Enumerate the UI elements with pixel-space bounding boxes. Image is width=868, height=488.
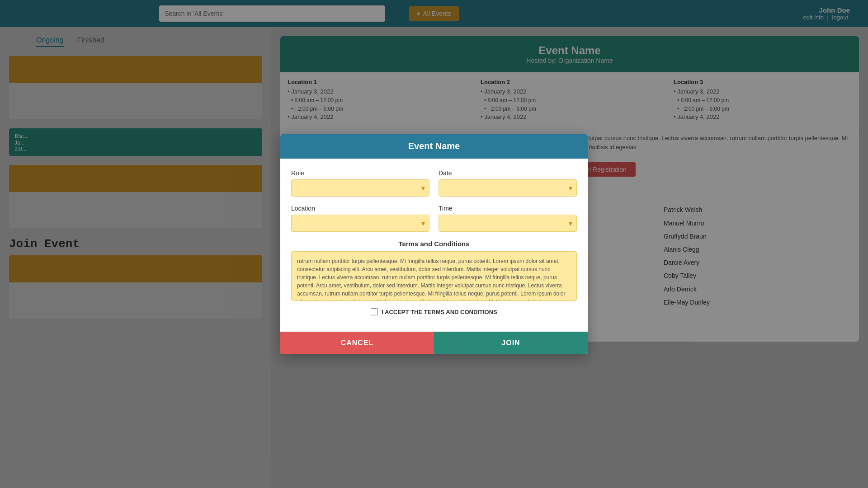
modal-form-row-1: Role Date	[291, 169, 577, 197]
date-label: Date	[439, 169, 577, 177]
modal-form-row-2: Location Time	[291, 205, 577, 232]
modal-overlay: Event Name Role Date	[0, 0, 868, 488]
modal-time-group: Time	[439, 205, 577, 232]
role-label: Role	[291, 169, 429, 177]
time-select-wrapper	[439, 215, 577, 232]
location-select[interactable]	[291, 215, 429, 232]
terms-accept-label: I ACCEPT THE TERMS AND CONDITIONS	[382, 309, 497, 315]
terms-checkbox[interactable]	[371, 308, 378, 315]
time-select[interactable]	[439, 215, 577, 232]
terms-section: Terms and Conditions rutrum nullam portt…	[291, 240, 577, 301]
modal-role-group: Role	[291, 169, 429, 197]
modal-title: Event Name	[408, 141, 460, 151]
modal-cancel-button[interactable]: CANCEL	[280, 332, 434, 354]
modal: Event Name Role Date	[280, 134, 588, 354]
date-select-wrapper	[439, 179, 577, 197]
terms-accept: I ACCEPT THE TERMS AND CONDITIONS	[291, 308, 577, 315]
role-select[interactable]	[291, 179, 429, 197]
modal-join-button[interactable]: JOIN	[434, 332, 588, 354]
modal-footer: CANCEL JOIN	[280, 332, 588, 354]
modal-date-group: Date	[439, 169, 577, 197]
terms-text: rutrum nullam porttitor turpis pellentes…	[291, 251, 577, 301]
terms-title: Terms and Conditions	[291, 240, 577, 248]
role-select-wrapper	[291, 179, 429, 197]
modal-body: Role Date	[280, 159, 588, 332]
modal-location-group: Location	[291, 205, 429, 232]
time-label: Time	[439, 205, 577, 212]
location-select-wrapper	[291, 215, 429, 232]
date-select[interactable]	[439, 179, 577, 197]
modal-header: Event Name	[280, 134, 588, 159]
location-label: Location	[291, 205, 429, 212]
